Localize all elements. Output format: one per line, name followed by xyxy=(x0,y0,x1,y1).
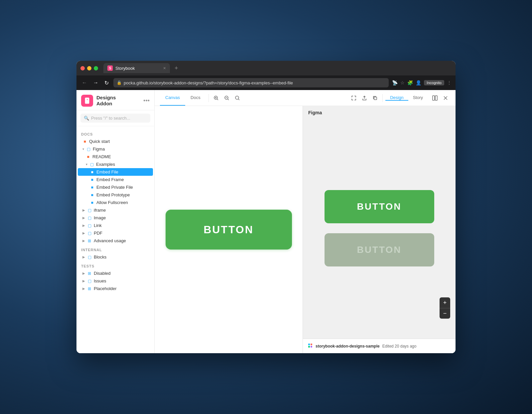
new-tab-button[interactable]: + xyxy=(175,65,178,72)
search-box[interactable]: 🔍 Press "/" to search... xyxy=(80,114,150,123)
zoom-reset-button[interactable] xyxy=(233,93,242,103)
search-placeholder: Press "/" to search... xyxy=(91,116,130,121)
blocks-label: Blocks xyxy=(94,255,106,259)
sidebar-item-disabled[interactable]: ▶ ⊞ Disabled xyxy=(78,269,153,277)
sidebar-item-embed-frame[interactable]: ■ Embed Frame xyxy=(78,176,153,183)
tab-favicon: S xyxy=(107,65,113,71)
figma-zoom-in-button[interactable]: + xyxy=(440,297,450,308)
canvas-area: BUTTON xyxy=(155,106,303,353)
sidebar-item-advanced-usage[interactable]: ▶ ⊞ Advanced usage xyxy=(78,237,153,245)
share-button[interactable] xyxy=(360,93,369,103)
embed-prototype-label: Embed Prototype xyxy=(96,192,130,197)
toolbar-action-icons xyxy=(349,93,380,103)
disabled-chevron: ▶ xyxy=(82,271,85,275)
main-content: Canvas Docs xyxy=(155,90,456,353)
placeholder-label: Placeholder xyxy=(94,286,117,291)
advanced-usage-label: Advanced usage xyxy=(94,238,126,243)
maximize-traffic-light[interactable] xyxy=(94,66,98,70)
sidebar-item-embed-file[interactable]: ■ Embed File xyxy=(78,168,153,176)
minimize-traffic-light[interactable] xyxy=(87,66,91,70)
extension-icon[interactable]: 🧩 xyxy=(407,80,413,85)
sidebar-item-iframe[interactable]: ▶ ▢ iframe xyxy=(78,206,153,214)
iframe-folder-icon: ▢ xyxy=(87,208,92,213)
main-toolbar: Canvas Docs xyxy=(155,90,456,106)
lock-icon: 🔒 xyxy=(117,80,122,85)
figma-preview-area: BUTTON BUTTON xyxy=(303,118,456,339)
sidebar-item-allow-fullscreen[interactable]: ■ Allow Fullscreen xyxy=(78,199,153,206)
sidebar-item-figma[interactable]: ▾ ▢ Figma xyxy=(78,145,153,153)
figma-footer-icon xyxy=(308,343,313,349)
iframe-chevron: ▶ xyxy=(82,208,85,212)
link-folder-icon: ▢ xyxy=(87,223,92,228)
canvas-content: BUTTON xyxy=(155,196,303,263)
tab-story[interactable]: Story xyxy=(408,95,428,101)
image-label: Image xyxy=(94,215,106,220)
sidebar-more-button[interactable]: ••• xyxy=(143,97,150,104)
sidebar-item-issues[interactable]: ▶ ▢ Issues xyxy=(78,277,153,285)
embed-prototype-icon: ■ xyxy=(90,193,94,197)
placeholder-folder-icon: ⊞ xyxy=(87,286,92,291)
blocks-chevron: ▶ xyxy=(82,255,85,259)
close-panel-button[interactable] xyxy=(441,93,450,103)
toolbar-divider xyxy=(208,94,209,102)
disabled-folder-icon: ⊞ xyxy=(87,271,92,276)
quick-start-label: Quick start xyxy=(89,139,110,144)
zoom-in-button[interactable] xyxy=(211,93,221,103)
url-bar[interactable]: 🔒 pocka.github.io/storybook-addon-design… xyxy=(113,78,389,87)
right-panel: Figma BUTTON BUTTON + − xyxy=(303,106,456,353)
right-panel-tabs: Design Story xyxy=(385,95,428,101)
storybook-logo xyxy=(81,95,93,107)
image-folder-icon: ▢ xyxy=(87,216,92,220)
pdf-folder-icon: ▢ xyxy=(87,231,92,236)
avatar-icon[interactable]: 👤 xyxy=(416,80,421,85)
tab-docs[interactable]: Docs xyxy=(185,90,206,106)
canvas-button-preview: BUTTON xyxy=(166,210,292,250)
refresh-button[interactable]: ↻ xyxy=(103,78,110,87)
expand-button[interactable] xyxy=(349,93,358,103)
url-text: pocka.github.io/storybook-addon-designs/… xyxy=(124,80,293,85)
issues-folder-icon: ▢ xyxy=(87,279,92,283)
bookmark-icon[interactable]: ☆ xyxy=(400,80,405,85)
iframe-label: iframe xyxy=(94,208,106,213)
tab-design[interactable]: Design xyxy=(385,95,408,101)
sidebar-item-examples[interactable]: ▾ ▢ Examples xyxy=(78,160,153,168)
figma-edit-text: Edited 20 days ago xyxy=(382,344,417,349)
browser-tab[interactable]: S Storybook × xyxy=(103,63,170,73)
sidebar-item-blocks[interactable]: ▶ ▢ Blocks xyxy=(78,253,153,261)
toolbar-tabs: Canvas Docs xyxy=(160,90,206,106)
sidebar-item-readme[interactable]: ■ README xyxy=(78,153,153,160)
sidebar-item-image[interactable]: ▶ ▢ Image xyxy=(78,214,153,222)
sidebar-item-placeholder[interactable]: ▶ ⊞ Placeholder xyxy=(78,285,153,292)
app-body: Designs Addon ••• 🔍 Press "/" to search.… xyxy=(76,90,456,353)
advanced-folder-icon: ⊞ xyxy=(87,239,92,243)
back-button[interactable]: ← xyxy=(80,78,88,87)
figma-zoom-controls: + − xyxy=(440,297,450,319)
zoom-out-button[interactable] xyxy=(222,93,231,103)
sidebar-item-pdf[interactable]: ▶ ▢ PDF xyxy=(78,229,153,237)
search-icon: 🔍 xyxy=(84,116,89,121)
svg-rect-14 xyxy=(308,344,310,345)
image-chevron: ▶ xyxy=(82,216,85,220)
sidebar-item-embed-private-file[interactable]: ■ Embed Private File xyxy=(78,183,153,191)
allow-fullscreen-icon: ■ xyxy=(90,200,94,205)
sidebar-item-embed-prototype[interactable]: ■ Embed Prototype xyxy=(78,191,153,199)
split-panel-button[interactable] xyxy=(430,93,440,103)
figma-zoom-out-button[interactable]: − xyxy=(440,308,450,319)
rp-panel-icons xyxy=(430,93,450,103)
tab-close-button[interactable]: × xyxy=(163,65,166,71)
link-label: Link xyxy=(94,223,102,228)
cast-icon[interactable]: 📡 xyxy=(392,80,398,85)
sidebar-title-line2: Addon xyxy=(96,101,116,107)
embed-frame-label: Embed Frame xyxy=(96,177,124,182)
menu-icon[interactable]: ⋮ xyxy=(447,80,452,85)
incognito-badge: Incognito xyxy=(424,80,444,85)
sidebar-item-link[interactable]: ▶ ▢ Link xyxy=(78,222,153,229)
figma-green-button: BUTTON xyxy=(325,190,434,223)
close-traffic-light[interactable] xyxy=(80,66,85,70)
forward-button[interactable]: → xyxy=(92,78,100,87)
copy-button[interactable] xyxy=(370,93,380,103)
tab-canvas[interactable]: Canvas xyxy=(160,90,185,106)
sidebar-item-quick-start[interactable]: ■ Quick start xyxy=(78,138,153,145)
svg-line-8 xyxy=(238,99,239,100)
embed-private-file-icon: ■ xyxy=(90,185,94,190)
